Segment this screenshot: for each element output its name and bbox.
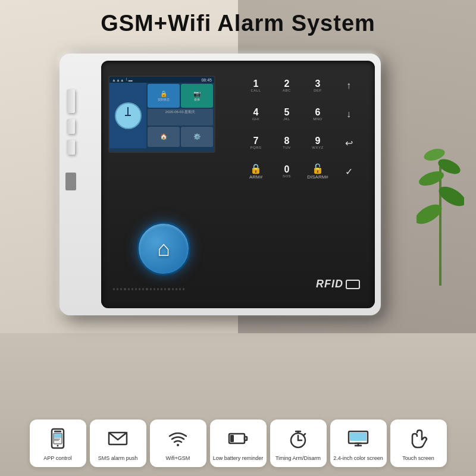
side-buttons (67, 89, 75, 155)
tile-home-icon: 🏠 (160, 133, 167, 140)
key-down[interactable]: ↓ (334, 101, 363, 127)
key-arm[interactable]: 🔒 ARM# (242, 158, 270, 184)
app-control-label: APP control (43, 455, 71, 462)
background: GSM+Wifi Alarm System (0, 0, 476, 476)
svg-point-14 (177, 444, 179, 446)
alarm-device: ▲▲▲ ⌇ ▬ 08:45 (60, 54, 381, 315)
tile-security: 🔒 安防状态 (148, 84, 180, 108)
tile-security-label: 安防状态 (158, 98, 170, 101)
side-button-3[interactable] (67, 140, 75, 155)
timer-icon (287, 428, 309, 449)
side-connector (65, 173, 76, 190)
wifi-gsm-icon-wrap (165, 425, 191, 452)
low-battery-label: Low battery reminder (213, 455, 264, 462)
key-2[interactable]: 2 ABC (273, 73, 301, 99)
device-inner-panel: ▲▲▲ ⌇ ▬ 08:45 (101, 61, 375, 308)
side-button-2[interactable] (67, 119, 75, 134)
tile-camera-label: 摄像 (194, 98, 200, 101)
timing-arm-icon-wrap (285, 425, 311, 452)
monitor-icon (347, 428, 369, 449)
svg-rect-16 (245, 437, 247, 440)
key-confirm[interactable]: ✓ (334, 158, 363, 184)
screen-clock-section (109, 83, 146, 148)
key-disarm[interactable]: 🔓 DISARM# (303, 158, 332, 184)
phone-icon (47, 428, 68, 449)
battery-status-icon: ▬ (129, 78, 133, 82)
timing-arm-label: Timing Arm/Disarm (275, 455, 321, 462)
screen-main-content: 🔒 安防状态 📷 摄像 2020-06-03 星期天 🏠 (109, 83, 214, 148)
screen-tiles-grid: 🔒 安防状态 📷 摄像 2020-06-03 星期天 🏠 (146, 83, 214, 148)
svg-point-8 (57, 445, 59, 447)
tile-home: 🏠 (148, 127, 180, 147)
key-1[interactable]: 1 CALL (242, 73, 270, 99)
feature-wifi-gsm: Wifi+GSM (150, 419, 206, 467)
page-title: GSM+Wifi Alarm System (0, 11, 476, 36)
key-3[interactable]: 3 DEF (303, 73, 332, 99)
tile-camera-icon: 📷 (193, 90, 201, 97)
feature-app-control: APP control (30, 419, 86, 467)
feature-low-battery: Low battery reminder (210, 419, 267, 467)
features-bar: APP control SMS alarm push (0, 419, 476, 467)
wifi-icon (167, 428, 189, 449)
email-icon (107, 428, 129, 449)
rfid-label: RFID (316, 278, 360, 290)
touch-screen-icon-wrap (405, 425, 431, 452)
key-5[interactable]: 5 JKL (273, 101, 301, 127)
low-battery-icon-wrap (225, 425, 251, 452)
feature-timing-arm: Timing Arm/Disarm (270, 419, 327, 467)
svg-rect-10 (54, 434, 61, 438)
app-control-icon-wrap (45, 425, 71, 452)
color-screen-label: 2.4-inch color screen (333, 455, 383, 462)
key-back[interactable]: ↩ (334, 130, 363, 156)
clock-face (115, 102, 142, 129)
signal-icon: ▲▲▲ (112, 78, 124, 82)
svg-line-23 (304, 434, 305, 435)
key-up[interactable]: ↑ (334, 73, 363, 99)
svg-rect-17 (230, 435, 234, 442)
side-button-1[interactable] (67, 89, 75, 113)
sms-alarm-icon-wrap (105, 425, 131, 452)
touch-icon (408, 428, 429, 449)
feature-touch-screen: Touch screen (390, 419, 447, 467)
tile-settings-icon: ⚙️ (193, 133, 201, 140)
keypad: 1 CALL 2 ABC 3 DEF ↑ (242, 73, 363, 184)
key-0[interactable]: 0 SOS (273, 158, 301, 184)
key-9[interactable]: 9 WXYZ (303, 130, 332, 156)
screen-date-display: 2020-06-03 星期天 (148, 109, 213, 126)
color-screen-icon-wrap (345, 425, 371, 452)
device-screen: ▲▲▲ ⌇ ▬ 08:45 (108, 76, 215, 153)
tile-security-icon: 🔒 (160, 90, 167, 97)
key-6[interactable]: 6 MNO (303, 101, 332, 127)
key-8[interactable]: 8 TUV (273, 130, 301, 156)
screen-time-display: 08:45 (201, 78, 212, 82)
wifi-gsm-label: Wifi+GSM (166, 455, 190, 462)
touch-screen-label: Touch screen (402, 455, 434, 462)
screen-topbar: ▲▲▲ ⌇ ▬ 08:45 (109, 77, 214, 83)
key-7[interactable]: 7 PQRS (242, 130, 270, 156)
device-outer-frame: ▲▲▲ ⌇ ▬ 08:45 (60, 54, 381, 315)
screen-status-icons: ▲▲▲ ⌇ ▬ (112, 77, 133, 82)
sms-alarm-label: SMS alarm push (98, 455, 138, 462)
battery-icon (227, 428, 249, 449)
svg-rect-25 (350, 433, 367, 441)
tile-camera: 📷 摄像 (181, 84, 213, 108)
feature-color-screen: 2.4-inch color screen (330, 419, 387, 467)
key-4[interactable]: 4 GHI (242, 101, 270, 127)
tile-settings: ⚙️ (181, 127, 213, 147)
plant-decoration (416, 119, 464, 286)
speaker-grille (113, 281, 184, 296)
wifi-icon: ⌇ (126, 77, 127, 82)
home-button[interactable]: ⌂ (137, 222, 190, 275)
home-button-icon: ⌂ (157, 236, 170, 261)
feature-sms-alarm: SMS alarm push (90, 419, 146, 467)
